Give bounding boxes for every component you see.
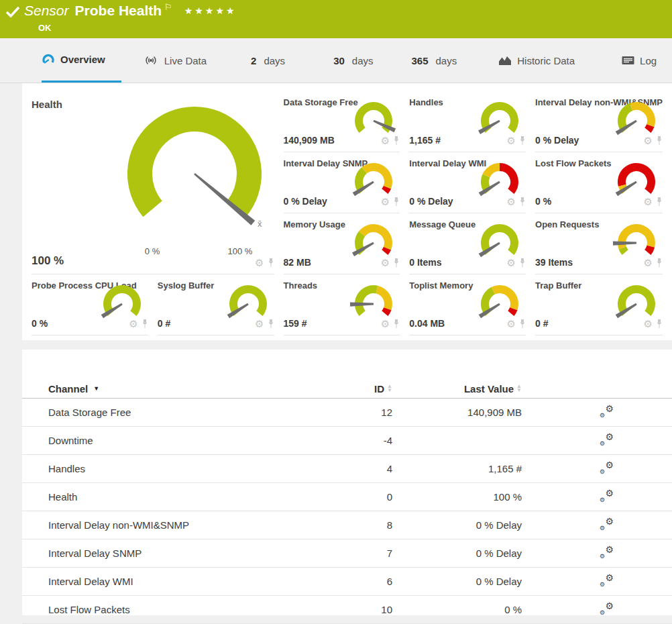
column-header-last-value[interactable]: Last Value ▲▼ <box>464 383 522 395</box>
gear-icon[interactable]: ⚙ <box>644 136 653 146</box>
tab-2-days[interactable]: 2 days <box>251 38 285 83</box>
gear-icon[interactable]: ⚙ <box>129 319 137 329</box>
pin-icon[interactable] <box>656 319 663 329</box>
row-actions-cell: ⚙⚙ <box>522 489 639 505</box>
gauge-tile-interval-delay-non-wmi-snmp[interactable]: Interval Delay non-WMI&SNMP 0 % Delay ⚙ <box>535 91 663 152</box>
column-header-channel[interactable]: Channel ▼ <box>22 383 331 395</box>
channel-id-cell: 12 <box>331 407 392 418</box>
tab-30-days[interactable]: 30 days <box>333 38 373 83</box>
column-label: Last Value <box>464 383 514 395</box>
table-row-downtime[interactable]: Downtime-4⚙⚙ <box>22 427 672 455</box>
tab-live-data[interactable]: Live Data <box>143 38 207 83</box>
gauge-value: 0 # <box>158 318 170 329</box>
tab-overview[interactable]: Overview <box>42 38 121 83</box>
sort-caret-icon: ▼ <box>93 385 99 392</box>
channel-settings-gears-icon[interactable]: ⚙⚙ <box>600 517 614 531</box>
tab-number: 2 <box>251 55 256 66</box>
sensor-status-header: Sensor Probe Health ⚐ ★★★★★ OK <box>0 0 672 38</box>
channel-name-cell: Health <box>22 491 331 503</box>
gauge-tile-probe-process-cpu-load[interactable]: Probe Process CPU Load 0 % ⚙ <box>32 274 148 335</box>
status-badge: OK <box>38 23 52 33</box>
gauge-tile-message-queue[interactable]: Message Queue 0 Items ⚙ <box>409 213 526 274</box>
gauge-tile-health[interactable]: Health 0 % 100 % x̄ 100 % ⚙ <box>32 91 274 274</box>
pin-icon[interactable] <box>393 319 400 329</box>
channel-settings-gears-icon[interactable]: ⚙⚙ <box>600 433 614 446</box>
gear-icon[interactable]: ⚙ <box>644 197 653 207</box>
gear-icon[interactable]: ⚙ <box>381 197 390 207</box>
pin-icon[interactable] <box>142 319 148 329</box>
pin-icon[interactable] <box>656 136 663 146</box>
tab-log[interactable]: Log <box>622 38 657 83</box>
table-row-health[interactable]: Health0100 %⚙⚙ <box>22 483 672 511</box>
table-body: Data Storage Free12140,909 MB⚙⚙Downtime-… <box>22 399 672 624</box>
channel-id-cell: 7 <box>331 548 392 559</box>
gauge-value: 0 % Delay <box>284 196 327 207</box>
pin-icon[interactable] <box>656 258 663 268</box>
gauge-tile-trap-buffer[interactable]: Trap Buffer 0 # ⚙ <box>535 274 663 335</box>
gear-icon[interactable]: ⚙ <box>507 136 516 146</box>
gauge-tile-interval-delay-wmi[interactable]: Interval Delay WMI 0 % Delay ⚙ <box>409 152 526 213</box>
column-header-id[interactable]: ID ▲▼ <box>374 383 392 395</box>
tab-number: 365 <box>412 55 429 66</box>
gauge-tile-syslog-buffer[interactable]: Syslog Buffer 0 # ⚙ <box>158 274 274 335</box>
pin-icon[interactable] <box>393 136 400 146</box>
channel-settings-gears-icon[interactable]: ⚙⚙ <box>600 602 614 615</box>
channel-settings-gears-icon[interactable]: ⚙⚙ <box>600 489 614 503</box>
tab-historic-data[interactable]: Historic Data <box>498 38 575 83</box>
gear-icon[interactable]: ⚙ <box>644 258 653 268</box>
column-label: ID <box>374 383 384 395</box>
pin-icon[interactable] <box>393 197 400 207</box>
gear-icon[interactable]: ⚙ <box>644 319 653 329</box>
broadcast-icon <box>143 54 159 67</box>
gauge-tile-memory-usage[interactable]: Memory Usage 82 MB ⚙ <box>284 213 400 274</box>
priority-stars[interactable]: ★★★★★ <box>184 5 237 16</box>
gauge-tile-threads[interactable]: Threads 159 # ⚙ <box>284 274 400 335</box>
channel-name-cell: Interval Delay SNMP <box>22 548 331 559</box>
channel-settings-gears-icon[interactable]: ⚙⚙ <box>600 461 614 474</box>
table-row-interval-delay-wmi[interactable]: Interval Delay WMI60 % Delay⚙⚙ <box>22 568 672 596</box>
channel-id-cell: 8 <box>331 519 392 531</box>
channel-settings-gears-icon[interactable]: ⚙⚙ <box>600 405 614 418</box>
gear-icon[interactable]: ⚙ <box>381 258 390 268</box>
gear-icon[interactable]: ⚙ <box>507 258 516 268</box>
gauge-tile-interval-delay-snmp[interactable]: Interval Delay SNMP 0 % Delay ⚙ <box>284 152 400 213</box>
page-title: Probe Health <box>75 3 162 19</box>
last-value-cell: 0 % <box>392 604 522 615</box>
tab-number: 30 <box>333 55 345 66</box>
gear-icon[interactable]: ⚙ <box>507 319 516 329</box>
gear-icon[interactable]: ⚙ <box>381 319 390 329</box>
table-row-lost-flow-packets[interactable]: Lost Flow Packets100 %⚙⚙ <box>22 596 672 624</box>
gauge-value: 0 % Delay <box>535 135 579 146</box>
gauge-tile-toplist-memory[interactable]: Toplist Memory 0.04 MB ⚙ <box>409 274 526 335</box>
pin-icon[interactable] <box>519 197 526 207</box>
gauge-value: 140,909 MB <box>284 135 335 146</box>
flag-icon[interactable]: ⚐ <box>164 3 172 12</box>
table-row-interval-delay-snmp[interactable]: Interval Delay SNMP70 % Delay⚙⚙ <box>22 539 672 568</box>
gauge-tile-open-requests[interactable]: Open Requests 39 Items ⚙ <box>535 213 663 274</box>
gauge-value: 0 # <box>535 318 548 329</box>
tab-365-days[interactable]: 365 days <box>412 38 457 83</box>
gear-icon[interactable]: ⚙ <box>255 319 264 329</box>
channel-name-cell: Data Storage Free <box>22 407 331 418</box>
table-row-handles[interactable]: Handles41,165 #⚙⚙ <box>22 455 672 483</box>
pin-icon[interactable] <box>393 258 400 268</box>
pin-icon[interactable] <box>519 136 526 146</box>
tab-bar: Overview Live Data 2 days 30 days 365 da… <box>0 38 672 83</box>
gear-icon[interactable]: ⚙ <box>507 197 516 207</box>
channel-settings-gears-icon[interactable]: ⚙⚙ <box>600 574 614 587</box>
pin-icon[interactable] <box>656 197 663 207</box>
gear-icon[interactable]: ⚙ <box>255 258 264 268</box>
table-row-data-storage-free[interactable]: Data Storage Free12140,909 MB⚙⚙ <box>22 399 672 427</box>
gear-icon[interactable]: ⚙ <box>381 136 390 146</box>
pin-icon[interactable] <box>268 319 274 329</box>
gauge-tile-lost-flow-packets[interactable]: Lost Flow Packets 0 % ⚙ <box>535 152 663 213</box>
object-type-label: Sensor <box>24 3 69 19</box>
channel-settings-gears-icon[interactable]: ⚙⚙ <box>600 545 614 559</box>
gauge-tile-data-storage-free[interactable]: Data Storage Free 140,909 MB ⚙ <box>284 91 400 152</box>
pin-icon[interactable] <box>268 258 274 268</box>
pin-icon[interactable] <box>519 319 526 329</box>
table-row-interval-delay-non-wmi-snmp[interactable]: Interval Delay non-WMI&SNMP80 % Delay⚙⚙ <box>22 511 672 539</box>
gauge-icon <box>42 53 55 66</box>
gauge-tile-handles[interactable]: Handles 1,165 # ⚙ <box>409 91 526 152</box>
pin-icon[interactable] <box>519 258 526 268</box>
